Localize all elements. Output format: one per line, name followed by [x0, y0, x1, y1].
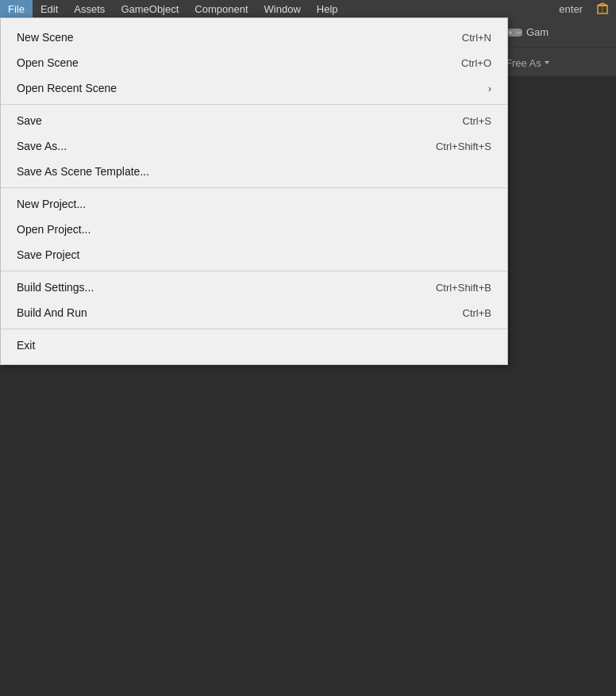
game-tab-row: Gam — [501, 17, 616, 48]
save-label: Save — [17, 114, 431, 127]
separator-3 — [1, 271, 507, 271]
menu-item-open-project[interactable]: Open Project... — [1, 217, 507, 242]
file-dropdown-menu: New Scene Ctrl+N Open Scene Ctrl+O Open … — [0, 17, 508, 365]
menu-item-exit[interactable]: Exit — [1, 333, 507, 358]
free-aspect-dropdown-icon — [543, 59, 551, 67]
save-as-scene-template-label: Save As Scene Template... — [17, 165, 460, 178]
svg-rect-5 — [509, 32, 512, 33]
menu-item-new-scene[interactable]: New Scene Ctrl+N — [1, 25, 507, 50]
menu-item-edit[interactable]: Edit — [33, 0, 66, 17]
menu-item-save-project[interactable]: Save Project — [1, 242, 507, 267]
menu-item-save[interactable]: Save Ctrl+S — [1, 108, 507, 133]
right-toolbar: Gam Free As — [501, 17, 616, 78]
separator-1 — [1, 104, 507, 105]
menu-item-component[interactable]: Component — [187, 0, 256, 17]
svg-rect-7 — [519, 32, 521, 33]
new-scene-shortcut: Ctrl+N — [462, 32, 491, 44]
save-as-label: Save As... — [17, 140, 404, 152]
open-scene-label: Open Scene — [17, 56, 429, 69]
free-aspect-row: Free As — [501, 48, 616, 78]
separator-2 — [1, 187, 507, 188]
new-scene-label: New Scene — [17, 31, 430, 44]
open-recent-scene-arrow: › — [488, 83, 491, 94]
separator-4 — [1, 329, 507, 329]
gamepad-icon — [506, 26, 523, 39]
save-project-label: Save Project — [17, 248, 460, 261]
save-shortcut: Ctrl+S — [463, 115, 491, 127]
open-recent-scene-label: Open Recent Scene — [17, 82, 480, 94]
menu-item-save-as-scene-template[interactable]: Save As Scene Template... — [1, 159, 507, 184]
build-and-run-shortcut: Ctrl+B — [463, 307, 491, 319]
build-settings-label: Build Settings... — [17, 281, 404, 294]
save-as-shortcut: Ctrl+Shift+S — [436, 140, 491, 152]
menu-item-help[interactable]: Help — [309, 0, 346, 17]
cube-icon — [595, 2, 610, 16]
cube-icon-area — [589, 0, 616, 17]
open-project-label: Open Project... — [17, 223, 460, 236]
new-project-label: New Project... — [17, 198, 460, 210]
game-label: Gam — [526, 26, 549, 38]
menu-item-open-recent-scene[interactable]: Open Recent Scene › — [1, 75, 507, 101]
menu-item-assets[interactable]: Assets — [66, 0, 113, 17]
svg-marker-8 — [545, 61, 549, 64]
menu-item-gameobject[interactable]: GameObject — [113, 0, 187, 17]
center-label[interactable]: enter — [552, 0, 589, 17]
menu-item-new-project[interactable]: New Project... — [1, 191, 507, 217]
svg-rect-6 — [517, 32, 518, 33]
menu-item-open-scene[interactable]: Open Scene Ctrl+O — [1, 50, 507, 75]
build-settings-shortcut: Ctrl+Shift+B — [436, 282, 491, 294]
menu-item-build-and-run[interactable]: Build And Run Ctrl+B — [1, 300, 507, 325]
open-scene-shortcut: Ctrl+O — [461, 57, 491, 69]
menu-bar-right: enter — [552, 0, 616, 17]
build-and-run-label: Build And Run — [17, 306, 431, 319]
exit-label: Exit — [17, 339, 460, 352]
menu-item-file[interactable]: File — [0, 0, 33, 17]
menu-item-window[interactable]: Window — [256, 0, 309, 17]
menu-bar: File Edit Assets GameObject Component Wi… — [0, 0, 616, 17]
free-aspect-label: Free As — [506, 57, 541, 69]
menu-item-build-settings[interactable]: Build Settings... Ctrl+Shift+B — [1, 275, 507, 300]
menu-item-save-as[interactable]: Save As... Ctrl+Shift+S — [1, 133, 507, 159]
